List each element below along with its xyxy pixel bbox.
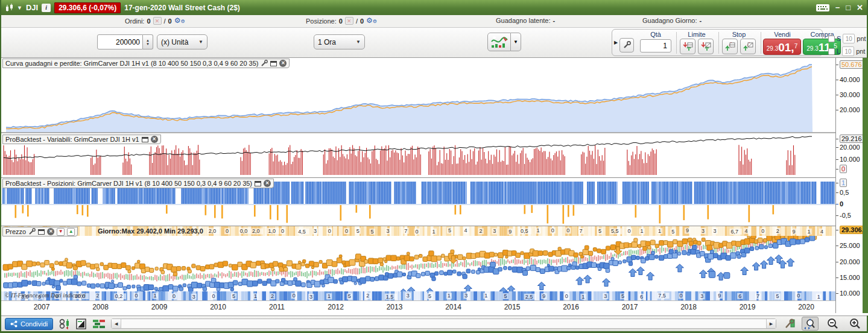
close-button[interactable]: ✕: [857, 4, 863, 11]
close-position-icon[interactable]: ✕: [345, 17, 353, 25]
svg-text:3: 3: [702, 228, 705, 234]
svg-text:9: 9: [508, 229, 512, 235]
axis-tick-mark: [836, 192, 838, 193]
axis-value-badge: 29.216: [836, 135, 864, 143]
bottom-toolbar: Condividi ◀ ▶: [1, 316, 867, 333]
orders-settings-icon[interactable]: ⚙⚙: [174, 17, 185, 25]
svg-text:5: 5: [598, 228, 601, 234]
panel-settings-wrench-icon[interactable]: [261, 60, 268, 67]
panel-close-icon[interactable]: ✕: [279, 60, 287, 67]
keyboard-icon[interactable]: [816, 4, 829, 12]
stop-checkbox[interactable]: [828, 36, 835, 42]
orders-stat: Ordini: 0 ✕ / 0 ⚙⚙: [125, 17, 185, 25]
sell-marker-toggle-icon[interactable]: ▼: [57, 228, 65, 236]
svg-text:9: 9: [542, 293, 545, 299]
svg-text:2: 2: [271, 293, 274, 299]
position-label: Posizione:: [306, 17, 337, 25]
symbol-dropdown-caret[interactable]: ▼: [17, 5, 22, 11]
svg-text:6: 6: [738, 293, 741, 299]
sell-limit-order-button[interactable]: [698, 39, 714, 54]
svg-text:0,5: 0,5: [521, 228, 528, 234]
price-chart[interactable]: [1, 236, 835, 291]
svg-text:5: 5: [621, 293, 624, 299]
axis-tick-mark: [836, 262, 838, 262]
order-book-icon[interactable]: [92, 319, 106, 329]
horizontal-scrollbar[interactable]: ◀ ▶: [111, 319, 776, 329]
svg-text:0,2: 0,2: [115, 293, 123, 299]
svg-text:3: 3: [493, 228, 496, 234]
cancel-orders-icon[interactable]: ✕: [153, 17, 162, 25]
panel-detach-icon[interactable]: [270, 61, 277, 66]
svg-text:9: 9: [686, 227, 689, 233]
buy-stop-order-button[interactable]: [722, 39, 738, 54]
quantity-input[interactable]: [98, 35, 142, 49]
svg-text:5: 5: [232, 293, 235, 299]
svg-text:1: 1: [640, 228, 643, 234]
panel-title-text: ProBacktest - Variabili: GrimCarver DJI …: [5, 136, 139, 143]
candlestick-chart-icon[interactable]: [5, 4, 14, 12]
share-button[interactable]: Condividi: [5, 318, 53, 330]
unit-type-select[interactable]: (x) Unità ▼: [157, 34, 207, 49]
value-axis[interactable]: 50.67640.00030.00020.00029.21620.00010.0…: [835, 58, 863, 313]
zoom-in-icon: [848, 318, 861, 330]
axis-tick-mark: [836, 95, 838, 95]
sell-button[interactable]: 29.301,7: [763, 39, 801, 55]
svg-text:1: 1: [432, 229, 436, 235]
quantity-down-icon[interactable]: ▼: [146, 42, 150, 46]
year-label: 2020: [798, 303, 814, 311]
panel-detach-icon[interactable]: [255, 181, 261, 186]
panel-close-icon[interactable]: ✕: [264, 180, 271, 187]
axis-tick-text: 50.676: [840, 60, 864, 69]
minimize-button[interactable]: −: [835, 4, 840, 11]
axis-value-badge: 0: [836, 165, 847, 173]
buy-limit-order-button[interactable]: [680, 39, 695, 54]
sell-stop-order-button[interactable]: [740, 39, 756, 54]
stop-points-input[interactable]: [843, 34, 855, 43]
equity-curve-chart[interactable]: [1, 58, 835, 132]
chart-style-dropdown[interactable]: ▼: [511, 33, 521, 51]
day-gain-label: Guadagno Giorno:: [642, 17, 697, 24]
timeframe-select[interactable]: 1 Ora ▼: [314, 34, 365, 49]
panel-detach-icon[interactable]: [142, 137, 148, 142]
svg-text:3: 3: [314, 228, 317, 234]
year-label: 2016: [563, 303, 579, 311]
maximize-button[interactable]: □: [846, 4, 851, 11]
axis-tick-mark: [836, 80, 838, 80]
scroll-right-icon[interactable]: ▶: [766, 319, 776, 328]
linked-chart-icon[interactable]: [59, 319, 71, 329]
panel-close-icon[interactable]: ✕: [151, 136, 158, 143]
axis-tick-text: 25.000: [840, 242, 860, 249]
buy-marker-toggle-icon[interactable]: ▲: [67, 228, 75, 236]
zoom-pan-tool-button[interactable]: [802, 317, 819, 331]
limit-buy-icon: [682, 41, 693, 52]
axis-tick-label: 20.000: [836, 258, 860, 265]
stop-label: Stop: [721, 31, 757, 38]
year-label: 2018: [680, 303, 697, 311]
collapse-panel-icon[interactable]: ▶: [614, 40, 618, 45]
info-icon[interactable]: i: [42, 4, 51, 12]
limit-checkbox[interactable]: [828, 48, 835, 55]
order-settings-button[interactable]: [619, 38, 634, 52]
chart-style-button[interactable]: [487, 33, 511, 51]
order-qty-input[interactable]: [640, 39, 671, 52]
order-entry-panel: ▶ Qtà Limite Stop Vendi: [612, 29, 823, 56]
scroll-left-icon[interactable]: ◀: [112, 319, 121, 328]
svg-text:4: 4: [820, 229, 823, 235]
axis-tick-text: 20.000: [840, 144, 860, 151]
axis-value-badge: 1: [836, 179, 847, 187]
position-settings-icon[interactable]: ⚙⚙: [366, 17, 377, 25]
time-axis[interactable]: 2007200820092010201120122013201420152016…: [1, 301, 835, 313]
zoom-in-button[interactable]: [846, 317, 863, 331]
limit-points-input[interactable]: [842, 46, 854, 56]
scrollbar-track[interactable]: [121, 319, 766, 328]
panel-close-icon[interactable]: ✕: [47, 228, 54, 235]
price-change-badge: 29.306,6 (-0,07%): [54, 2, 121, 13]
zoom-out-button[interactable]: [824, 317, 841, 331]
news-page-icon[interactable]: [76, 319, 87, 329]
chart-tools-icon[interactable]: [784, 318, 796, 330]
svg-text:1,5: 1,5: [386, 294, 394, 300]
axis-tick-mark: [836, 159, 838, 160]
panel-detach-icon[interactable]: [38, 229, 45, 235]
panel-settings-wrench-icon[interactable]: [28, 228, 36, 235]
svg-text:3: 3: [713, 228, 716, 234]
